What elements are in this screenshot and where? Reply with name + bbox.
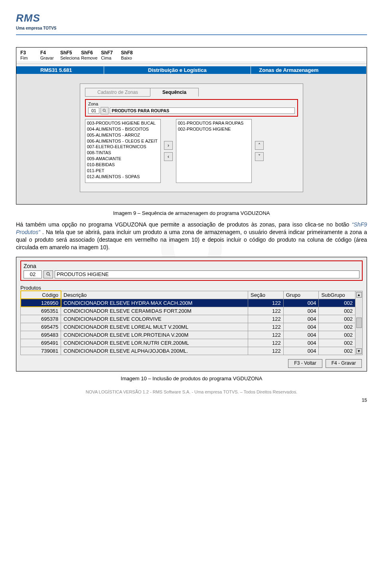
list-item[interactable]: 003-PRODUTOS HIGIENE BUCAL [87,120,159,126]
caption-image9: Imagem 9 – Sequência de armazenagem do p… [16,210,367,216]
header-logo: RMS Uma empresa TOTVS [16,0,367,34]
screenshot-vgduzona-sequencia: F3FimF4GravarShF5SelecionaShF6RemoveShF7… [16,47,367,205]
table-row[interactable]: 695475CONDICIONADOR ELSEVE LOREAL MULT V… [21,323,355,331]
list-item[interactable]: 007-ELETRO-ELETRONICOS [87,144,159,150]
scroll-up-button[interactable]: ▲ [356,292,362,298]
tab-cadastro-zonas[interactable]: Cadastro de Zonas [85,88,150,97]
body-text-a: Há também uma opção no programa VGDUZONA… [16,221,352,228]
list-item[interactable]: 006-ALIMENTOS - OLEOS E AZEIT [87,138,159,144]
zone-code-input[interactable]: 01 [88,107,99,114]
toolbar-item[interactable]: F4Gravar [40,50,59,60]
caption-image10: Imagem 10 – Inclusão de produtos do prog… [16,375,367,381]
products-table[interactable]: Código Descrição Seção Grupo SubGrupo 12… [20,291,355,355]
toolbar-item[interactable]: F3Fim [20,50,39,60]
move-right-button[interactable]: › [164,141,173,150]
zone-label: Zona [88,101,295,106]
body-paragraph: Há também uma opção no programa VGDUZONA… [16,221,367,251]
list-item[interactable]: 010-BEBIDAS [87,162,159,168]
zone-highlight-box: Zona 01 PRODUTOS PARA ROUPAS [85,99,298,117]
move-down-button[interactable]: ˅ [255,152,264,161]
col-codigo[interactable]: Código [21,291,61,299]
page-number: 15 [16,397,367,403]
table-row[interactable]: 695483CONDICIONADOR ELSEVE LOR.PROTEINA … [21,331,355,339]
selected-zones-list[interactable]: 001-PRODUTOS PARA ROUPAS002-PRODUTOS HIG… [176,119,252,183]
panel: Cadastro de Zonas Sequência Zona 01 PROD… [80,83,303,192]
toolbar-item[interactable]: ShF8Baixo [121,50,139,60]
scroll-down-button[interactable]: ▼ [356,348,362,354]
list-item[interactable]: 009-AMACIANTE [87,156,159,162]
list-item[interactable]: 012-ALIMENTOS - SOPAS [87,174,159,180]
scroll-thumb[interactable] [356,318,362,328]
toolbar-item[interactable]: ShF7Cima [101,50,119,60]
table-row[interactable]: 126950CONDICIONADOR ELSEVE HYDRA MAX CAC… [21,299,355,307]
col-descricao[interactable]: Descrição [61,291,248,299]
table-row[interactable]: 739081CONDICIONADOR ELSEVE ALPHA/JOJOBA … [21,347,355,355]
svg-line-1 [105,111,107,113]
screenshot-vgduzona-produtos: Zona 02 PRODUTOS HIGIENE Produtos Código… [16,257,367,371]
move-up-button[interactable]: ˄ [255,141,264,150]
ribbon-module: Distribuição e Logística [104,66,251,74]
zone-desc-input-2[interactable]: PRODUTOS HIGIENE [55,270,359,278]
table-row[interactable]: 695378CONDICIONADOR ELSEVE COLORVIVE1220… [21,315,355,323]
zone-code-input-2[interactable]: 02 [24,270,42,278]
search-icon[interactable] [43,270,53,278]
logo-sub: Uma empresa TOTVS [16,26,367,30]
table-row[interactable]: 695351CONDICIONADOR ELSEVE CERAMIDAS FOR… [21,307,355,315]
list-item[interactable]: 005-ALIMENTOS - ARROZ [87,132,159,138]
col-secao[interactable]: Seção [248,291,284,299]
ribbon: RMS31 5.681 Distribuição e Logística Zon… [16,66,367,74]
list-item[interactable]: 004-ALIMENTOS - BISCOITOS [87,126,159,132]
list-item[interactable]: 011-PET [87,168,159,174]
zone-highlight-box-2: Zona 02 PRODUTOS HIGIENE [20,260,363,281]
logo-text: RMS [16,12,367,24]
svg-point-2 [47,272,49,275]
vertical-scrollbar[interactable]: ▲ ▼ [355,291,363,355]
ribbon-title: Zonas de Armazenagem [251,66,367,74]
list-item[interactable]: 002-PRODUTOS HIGIENE [178,126,250,132]
toolbar-item[interactable]: ShF6Remove [81,50,99,60]
tab-sequencia[interactable]: Sequência [150,88,199,97]
table-row[interactable]: 695491CONDICIONADOR ELSEVE LOR.NUTRI CER… [21,339,355,347]
list-item[interactable]: 008-TINTAS [87,150,159,156]
save-button[interactable]: F4 - Gravar [326,359,362,368]
page-footer: NOVA LOGÍSTICA VERSÃO 1.2 - RMS Software… [16,389,367,394]
zone-desc-input[interactable]: PRODUTOS PARA ROUPAS [110,107,295,114]
available-zones-list[interactable]: 003-PRODUTOS HIGIENE BUCAL004-ALIMENTOS … [85,119,161,183]
list-item[interactable]: 001-PRODUTOS PARA ROUPAS [178,120,250,126]
toolbar: F3FimF4GravarShF5SelecionaShF6RemoveShF7… [16,48,367,61]
table-header-row: Código Descrição Seção Grupo SubGrupo [21,291,355,299]
back-button[interactable]: F3 - Voltar [288,359,322,368]
toolbar-item[interactable]: ShF5Seleciona [60,50,79,60]
svg-point-0 [103,109,105,111]
col-subgrupo[interactable]: SubGrupo [319,291,355,299]
zone-label-2: Zona [24,263,359,269]
toolbar-separator [16,64,367,64]
products-label: Produtos [20,285,363,291]
ribbon-version: RMS31 5.681 [16,66,104,74]
header-separator [16,34,367,35]
svg-line-3 [49,275,50,276]
col-grupo[interactable]: Grupo [283,291,319,299]
body-text-b: . Na tela que se abrirá, para incluir um… [16,229,367,250]
move-left-button[interactable]: ‹ [164,152,173,161]
search-icon[interactable] [101,107,109,114]
